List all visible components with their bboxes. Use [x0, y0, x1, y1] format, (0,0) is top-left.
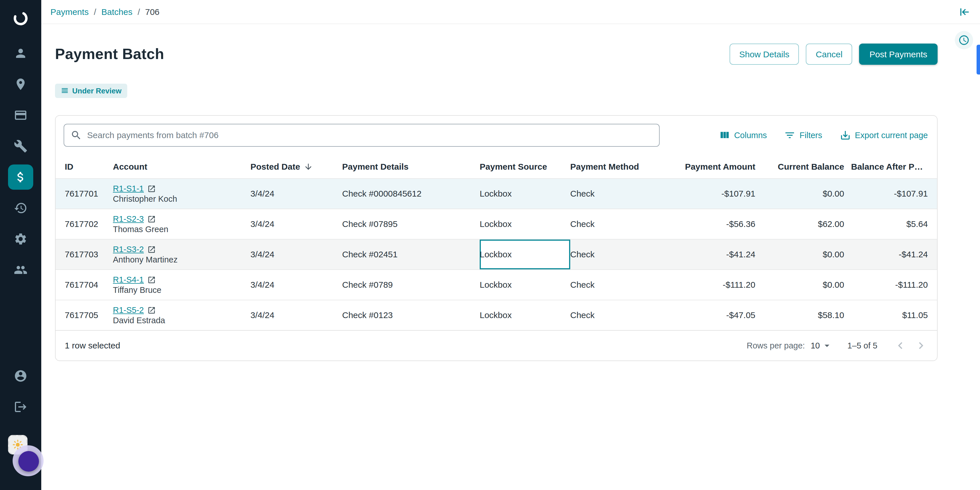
sidebar-item-locations[interactable]	[8, 72, 33, 97]
side-panel-edge[interactable]	[977, 45, 980, 75]
account-link[interactable]: R1-S4-1	[113, 275, 144, 285]
chat-fab[interactable]	[13, 445, 43, 476]
sidebar-item-users[interactable]	[8, 257, 33, 283]
cell-id: 7617703	[56, 239, 113, 270]
cell-payment-source: Lockbox	[480, 178, 570, 209]
show-details-button[interactable]: Show Details	[730, 44, 799, 65]
cell-payment-source[interactable]: Lockbox	[480, 239, 570, 270]
cell-posted-date: 3/4/24	[250, 178, 342, 209]
col-id: ID	[56, 154, 113, 178]
cell-payment-details: Check #07895	[342, 209, 480, 239]
status-badge: Under Review	[55, 84, 127, 98]
cell-account: R1-S1-1Christopher Koch	[113, 178, 250, 209]
cell-balance-after: $5.64	[851, 209, 937, 239]
table-toolbar: Columns Filters Export current page	[56, 116, 937, 154]
person-icon	[14, 46, 27, 60]
cell-payment-amount: -$47.05	[663, 300, 762, 330]
sort-desc-icon	[304, 162, 313, 171]
status-badge-label: Under Review	[72, 86, 121, 95]
columns-button[interactable]: Columns	[719, 129, 767, 141]
table-row[interactable]: 7617703R1-S3-2Anthony Martinez3/4/24Chec…	[56, 239, 937, 270]
col-payment-amount: Payment Amount	[663, 154, 762, 178]
topbar: Payments / Batches / 706	[41, 0, 980, 24]
breadcrumb-separator: /	[94, 7, 96, 17]
table-row[interactable]: 7617702R1-S2-3Thomas Green3/4/24Check #0…	[56, 209, 937, 239]
external-link-icon	[147, 306, 156, 315]
header-actions: Show Details Cancel Post Payments	[730, 44, 938, 65]
cancel-button[interactable]: Cancel	[806, 44, 852, 65]
sidebar-item-logout[interactable]	[8, 394, 33, 420]
sidebar-item-payments[interactable]	[8, 164, 33, 190]
cell-balance-after: -$107.91	[851, 178, 937, 209]
breadcrumb-separator: /	[138, 7, 140, 17]
export-button[interactable]: Export current page	[839, 129, 928, 141]
cell-payment-method: Check	[570, 270, 663, 300]
cell-balance-after: -$41.24	[851, 239, 937, 270]
breadcrumb-payments[interactable]: Payments	[51, 7, 89, 17]
external-link-icon	[147, 215, 156, 224]
account-name: Christopher Koch	[113, 194, 243, 204]
sidebar	[0, 0, 41, 490]
chat-bubble-fab	[18, 451, 39, 472]
logo-swirl-icon	[12, 10, 29, 27]
next-page-button[interactable]	[913, 337, 929, 353]
breadcrumb-current: 706	[145, 7, 160, 17]
sidebar-item-account[interactable]	[8, 363, 33, 388]
rows-per-page: Rows per page: 10	[747, 340, 832, 351]
table-row[interactable]: 7617701R1-S1-1Christopher Koch3/4/24Chec…	[56, 178, 937, 209]
cell-account: R1-S5-2David Estrada	[113, 300, 250, 330]
filters-button[interactable]: Filters	[784, 129, 822, 141]
cell-current-balance: $0.00	[762, 239, 851, 270]
post-payments-button[interactable]: Post Payments	[859, 44, 938, 65]
sidebar-item-settings[interactable]	[8, 226, 33, 251]
breadcrumb-batches[interactable]: Batches	[102, 7, 132, 17]
previous-page-button[interactable]	[892, 337, 908, 353]
external-link-icon	[147, 276, 156, 285]
account-name: Anthony Martinez	[113, 255, 243, 264]
table-row[interactable]: 7617705R1-S5-2David Estrada3/4/24Check #…	[56, 300, 937, 330]
cell-account: R1-S3-2Anthony Martinez	[113, 239, 250, 270]
cell-id: 7617705	[56, 300, 113, 330]
sidebar-item-history[interactable]	[8, 196, 33, 221]
breadcrumb: Payments / Batches / 706	[51, 7, 160, 17]
cell-payment-method: Check	[570, 239, 663, 270]
page-range-text: 1–5 of 5	[847, 341, 877, 350]
account-link[interactable]: R1-S5-2	[113, 306, 144, 315]
page-header: Payment Batch Show Details Cancel Post P…	[55, 35, 938, 73]
cell-payment-source: Lockbox	[480, 300, 570, 330]
col-posted-date[interactable]: Posted Date	[250, 154, 342, 178]
cell-id: 7617702	[56, 209, 113, 239]
rows-per-page-select[interactable]: 10	[811, 340, 832, 351]
external-link-icon	[147, 246, 156, 254]
filter-icon	[784, 129, 795, 141]
app-logo[interactable]	[9, 7, 32, 30]
col-account: Account	[113, 154, 250, 178]
rows-per-page-value: 10	[811, 341, 820, 350]
cell-payment-method: Check	[570, 300, 663, 330]
recent-activity-button[interactable]	[955, 31, 973, 49]
main-content: Payments / Batches / 706 Payment Batch S…	[41, 0, 980, 490]
cell-current-balance: $0.00	[762, 178, 851, 209]
account-link[interactable]: R1-S1-1	[113, 184, 144, 193]
cell-account: R1-S4-1Tiffany Bruce	[113, 270, 250, 300]
columns-icon	[719, 129, 730, 141]
search-input[interactable]	[64, 124, 660, 147]
cell-id: 7617704	[56, 270, 113, 300]
cell-payment-method: Check	[570, 209, 663, 239]
cell-balance-after: -$111.20	[851, 270, 937, 300]
account-link[interactable]: R1-S3-2	[113, 245, 144, 254]
col-current-balance: Current Balance	[762, 154, 851, 178]
chevron-right-icon	[914, 339, 928, 352]
cell-current-balance: $0.00	[762, 270, 851, 300]
table-body: 7617701R1-S1-1Christopher Koch3/4/24Chec…	[56, 178, 937, 330]
cell-payment-details: Check #0000845612	[342, 178, 480, 209]
cell-current-balance: $58.10	[762, 300, 851, 330]
sidebar-item-tools[interactable]	[8, 134, 33, 159]
sidebar-item-billing[interactable]	[8, 103, 33, 128]
credit-card-icon	[14, 108, 27, 122]
sidebar-item-profile[interactable]	[8, 41, 33, 66]
account-link[interactable]: R1-S2-3	[113, 215, 144, 224]
table-row[interactable]: 7617704R1-S4-1Tiffany Bruce3/4/24Check #…	[56, 270, 937, 300]
filters-label: Filters	[799, 130, 822, 140]
collapse-panel-button[interactable]	[958, 6, 971, 21]
